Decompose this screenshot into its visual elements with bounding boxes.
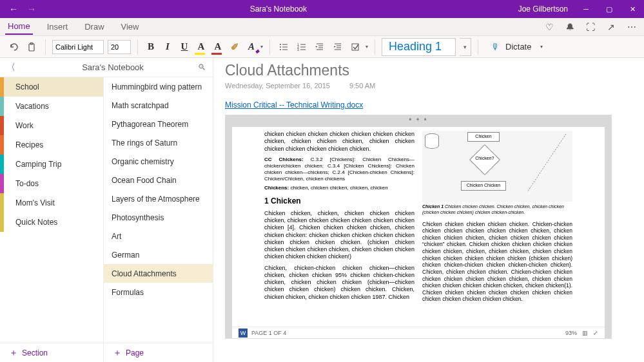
more-icon[interactable]: ⋯ (626, 22, 638, 32)
page-item[interactable]: Ocean Food Chain (104, 171, 213, 189)
page-item[interactable]: The rings of Saturn (104, 133, 213, 152)
font-size-input[interactable] (108, 40, 131, 54)
paragraph-dropdown-icon[interactable]: ▾ (366, 44, 368, 50)
add-page-label: Page (126, 348, 144, 357)
expand-icon[interactable]: ⤢ (593, 330, 598, 336)
dictate-button[interactable]: 🎙 Dictate ▾ (491, 42, 543, 52)
page-time: 9:50 AM (349, 82, 375, 90)
add-section-button[interactable]: ＋ Section (0, 343, 103, 362)
plus-icon: ＋ (9, 347, 18, 359)
section-item[interactable]: School (0, 77, 103, 97)
page-item[interactable]: Cloud Attachments (104, 264, 213, 283)
back-arrow-icon[interactable]: ← (9, 4, 18, 14)
bold-button[interactable]: B (144, 41, 157, 53)
section-item[interactable]: Vacations (0, 97, 103, 116)
checkbox-icon[interactable] (349, 40, 363, 54)
italic-button[interactable]: I (161, 41, 174, 53)
preview-paragraph: chicken chicken chicken chicken chicken … (264, 131, 415, 153)
page-item[interactable]: Math scratchpad (104, 96, 213, 115)
cc-label: CC Chickens: (264, 157, 304, 162)
diagram-cylinder-icon (425, 133, 439, 149)
note-content-area[interactable]: Cloud Attachments Wednesday, September 1… (213, 58, 644, 362)
clear-formatting-button[interactable]: ✐ (228, 41, 241, 53)
maximize-button[interactable]: ▢ (598, 0, 621, 18)
forward-arrow-icon[interactable]: → (27, 4, 36, 14)
section-list-panel: 〈 Sara's Notebook 🔍︎ SchoolVacationsWork… (0, 58, 104, 362)
add-page-button[interactable]: ＋ Page (104, 343, 213, 362)
page-title[interactable]: Cloud Attachments (225, 62, 644, 79)
section-label: Camping Trip (15, 160, 61, 169)
add-section-label: Section (22, 348, 48, 357)
section-label: Work (15, 121, 34, 130)
page-item[interactable]: Pythagorean Theorem (104, 115, 213, 133)
page-item[interactable]: Layers of the Atmosphere (104, 189, 213, 208)
dictate-dropdown-icon[interactable]: ▾ (540, 44, 543, 50)
section-color-tab (0, 97, 4, 116)
reading-view-icon[interactable]: ▥ (582, 330, 588, 336)
preview-paragraph: Chicken, chicken-chicken chicken chicken… (264, 265, 415, 301)
close-button[interactable]: ✕ (621, 0, 644, 18)
underline-button[interactable]: U (178, 41, 191, 53)
microphone-icon: 🎙 (491, 42, 500, 52)
bullet-list-icon[interactable] (277, 40, 291, 54)
zoom-level[interactable]: 93% (565, 330, 577, 336)
section-item[interactable]: Mom's Visit (0, 193, 103, 213)
page-indicator: PAGE 1 OF 4 (251, 330, 286, 336)
outdent-icon[interactable] (313, 40, 327, 54)
highlight-button[interactable]: A (195, 41, 208, 53)
attachment-link[interactable]: Mission Critical -- Technical Writing.do… (225, 100, 363, 110)
page-date: Wednesday, September 16, 2015 (225, 82, 330, 90)
svg-point-4 (280, 49, 281, 50)
format-dropdown-icon[interactable]: ▾ (260, 44, 263, 50)
diagram-box: Chicken Chicken (461, 181, 506, 191)
notebook-name[interactable]: Sara's Notebook (19, 62, 206, 72)
page-item[interactable]: Photosynthesis (104, 208, 213, 227)
tab-view[interactable]: View (119, 19, 142, 34)
section-label: Vacations (15, 102, 49, 111)
page-item[interactable]: Formulas (104, 283, 213, 301)
section-item[interactable]: Recipes (0, 135, 103, 155)
section-label: To-dos (15, 179, 39, 188)
style-dropdown-icon[interactable]: ▾ (460, 38, 471, 56)
clipboard-icon[interactable] (24, 40, 39, 54)
user-name[interactable]: Joe Gilbertson (512, 5, 574, 14)
preview-paragraph: Chicken chicken chicken chicken chicken.… (422, 221, 572, 303)
svg-point-3 (280, 46, 281, 48)
tab-insert[interactable]: Insert (44, 19, 71, 34)
section-item[interactable]: To-dos (0, 174, 103, 193)
section-color-tab (0, 135, 4, 155)
page-item[interactable]: Hummingbird wing pattern (104, 77, 213, 96)
fullscreen-icon[interactable]: ⛶ (585, 22, 596, 32)
tab-home[interactable]: Home (5, 19, 33, 35)
share-icon[interactable]: ↗ (605, 22, 617, 32)
indent-icon[interactable] (331, 40, 345, 54)
dictate-label: Dictate (505, 42, 531, 52)
tab-draw[interactable]: Draw (82, 19, 106, 34)
numbered-list-icon[interactable]: 123 (295, 40, 309, 54)
font-color-button[interactable]: A (211, 41, 224, 53)
section-item[interactable]: Work (0, 116, 103, 135)
section-label: Mom's Visit (15, 198, 55, 207)
search-icon[interactable]: 🔍︎ (198, 62, 206, 72)
undo-icon[interactable] (6, 40, 21, 54)
section-color-tab (0, 213, 4, 232)
page-item[interactable]: German (104, 245, 213, 264)
section-item[interactable]: Camping Trip (0, 155, 103, 174)
notebook-back-icon[interactable]: 〈 (6, 62, 19, 73)
preview-heading: 1 Chicken (264, 196, 415, 206)
page-item[interactable]: Art (104, 227, 213, 245)
app-title: Sara's Notebook (45, 5, 512, 14)
document-preview[interactable]: • • • chicken chicken chicken chicken ch… (225, 115, 612, 339)
notifications-icon[interactable]: 🔔︎ (564, 22, 576, 32)
style-picker[interactable]: Heading 1 (382, 38, 456, 56)
preview-more-icon[interactable]: • • • (226, 115, 611, 127)
minimize-button[interactable]: ─ (574, 0, 598, 18)
page-meta: Wednesday, September 16, 2015 9:50 AM (225, 82, 644, 90)
section-item[interactable]: Quick Notes (0, 213, 103, 232)
lightbulb-icon[interactable]: ♡ (543, 22, 555, 32)
format-painter-button[interactable]: A◆ (245, 41, 258, 53)
section-label: School (15, 82, 39, 91)
font-name-input[interactable] (52, 40, 104, 54)
diagram-box: Chicken (467, 132, 500, 142)
page-item[interactable]: Organic chemistry (104, 152, 213, 171)
